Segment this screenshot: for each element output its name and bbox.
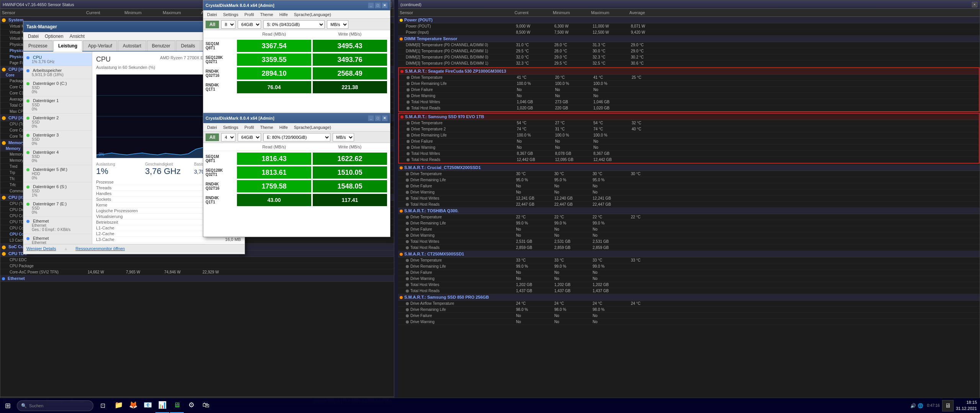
group-ethernet[interactable]: 🌐Ethernet <box>0 275 394 282</box>
taskbar-clock[interactable]: 18:15 31.12.2021 <box>956 400 977 411</box>
pinned-fileexplorer[interactable]: 📁 <box>112 398 126 413</box>
pinned-mail[interactable]: 📧 <box>141 398 155 413</box>
col-minimum: Minimum <box>123 10 161 16</box>
sidebar-cpu[interactable]: CPU 1% 3,76 GHz <box>23 53 92 66</box>
cdm1-maximize[interactable]: □ <box>375 2 381 8</box>
network-icon[interactable]: 🌐 <box>918 403 923 408</box>
cdm1-menu-hilfe[interactable]: Hilfe <box>277 11 290 18</box>
sidebar-disk0[interactable]: Datenträger 0 (C:) SSD0% <box>23 79 92 96</box>
cdm1-menu-sprache[interactable]: Sprache(Language) <box>292 11 333 18</box>
volume-icon[interactable]: 🔊 <box>910 403 916 408</box>
cdm1-size[interactable]: 64GiB <box>238 20 261 29</box>
smart-seagate-temp: Drive Temperature 41 °C20 °C41 °C25 °C <box>399 75 979 81</box>
cdm2-size[interactable]: 64GiB <box>238 133 261 141</box>
sidebar-cpu-subtitle: 1% 3,76 GHz <box>26 60 89 64</box>
tab-prozesse[interactable]: Prozesse <box>23 41 52 51</box>
hwinfo-right-content: Power (POUT) Power (POUT) 9,000 W6,300 W… <box>398 17 980 405</box>
sidebar-disk0-label: Datenträger 0 (C:) <box>33 81 67 86</box>
tm-statusbar: Weniger Details ▲ Ressourcenmonitor öffn… <box>23 244 245 252</box>
notification-icon: 🖥 <box>945 402 951 409</box>
smart-row-dimm3: DIMM[3] Temperature (P0 CHANNEL B/DIMM 1… <box>398 60 980 67</box>
cdm2-close[interactable]: ✕ <box>382 115 388 121</box>
smart-seagate-failure: Drive Failure NoNoNo <box>399 87 979 93</box>
cdm1-all-btn[interactable]: All <box>206 21 219 28</box>
smart-crucial2-warning: Drive Warning NoNoNo <box>398 276 980 282</box>
tm-menu-optionen[interactable]: Optionen <box>42 33 67 40</box>
group-smart-crucial1[interactable]: S.M.A.R.T.: Crucial_CT250MX200SSD1 <box>398 164 980 171</box>
cdm2-maximize[interactable]: □ <box>375 115 381 121</box>
sidebar-memory[interactable]: Arbeitsspeicher 5,9/31,9 GB (18%) <box>23 66 92 79</box>
group-power-pout[interactable]: Power (POUT) <box>398 17 980 23</box>
cdm1-drive[interactable]: S: 0% (0/431GiB) <box>263 20 325 29</box>
sidebar-disk7[interactable]: Datenträger 7 (E:) SSD0% <box>23 200 92 217</box>
sidebar-eth1-sub: EthernetGes.: 0 Empf.: 0 KBit/s <box>26 223 89 232</box>
cdm1-menu-profil[interactable]: Profil <box>242 11 256 18</box>
smart-crucial1-failure: Drive Failure NoNoNo <box>398 183 980 189</box>
cdm2-read-seq1m: 1816.43 <box>237 153 311 165</box>
tab-appverlauf[interactable]: App-Verlauf <box>83 41 117 51</box>
sidebar-ethernet1[interactable]: Ethernet EthernetGes.: 0 Empf.: 0 KBit/s <box>23 217 92 234</box>
pinned-browser[interactable]: 🦊 <box>126 398 140 413</box>
start-button[interactable]: ⊞ <box>0 398 15 413</box>
cdm2-all-btn[interactable]: All <box>206 133 219 141</box>
cpu-auslastung-stat: Auslastung 1% <box>96 162 143 176</box>
tm-menu-ansicht[interactable]: Ansicht <box>67 33 88 40</box>
cdm1-row-seq128k: SEQ128KQ32T1 3359.55 3493.76 <box>206 54 388 66</box>
smart-seagate-writes: Total Host Writes 1,046 GB273 GB1,046 GB <box>399 99 979 105</box>
group-smart-toshiba[interactable]: S.M.A.R.T.: TOSHIBA Q300. <box>398 208 980 214</box>
sidebar-disk6[interactable]: Datenträger 6 (S:) SSD1% <box>23 182 92 200</box>
pinned-store[interactable]: 🛍 <box>199 398 213 413</box>
tab-details[interactable]: Details <box>176 41 200 51</box>
sidebar-disk5[interactable]: Datenträger 5 (M:) HDD0% <box>23 165 92 182</box>
cdm2-drive[interactable]: E: 80% (720/900GiB) <box>263 133 330 141</box>
notification-area[interactable]: 🖥 <box>942 400 954 411</box>
rcol-min: Minimum <box>551 10 590 16</box>
cdm2-unit[interactable]: MB/s <box>333 133 354 141</box>
cdm2-menu-profil[interactable]: Profil <box>242 124 256 130</box>
cdm1-menu-theme[interactable]: Theme <box>258 11 276 18</box>
cdm1-menu-datei[interactable]: Datei <box>205 11 219 18</box>
tm-menu-datei[interactable]: Datei <box>25 33 42 40</box>
cdm2-write-seq1m: 1622.62 <box>313 153 387 165</box>
pinned-hwinfo[interactable]: 🖥 <box>170 398 184 413</box>
group-smart-seagate[interactable]: S.M.A.R.T.: Seagate FireCuda 530 ZP1000G… <box>399 68 979 75</box>
smart-970-writes: Total Host Writes 8,367 GB8,078 GB8,367 … <box>399 151 979 157</box>
tab-leistung[interactable]: Leistung <box>53 41 82 52</box>
pinned-taskmanager[interactable]: 📊 <box>155 398 169 413</box>
cdm1-runs[interactable]: 8 <box>221 20 235 29</box>
cdm1-close[interactable]: ✕ <box>382 2 388 8</box>
cdm2-runs[interactable]: 4 <box>221 133 235 141</box>
cdm2-menu-settings[interactable]: Settings <box>221 124 241 130</box>
tab-benutzer[interactable]: Benutzer <box>147 41 175 51</box>
tm-ressourcenmonitor[interactable]: Ressourcenmonitor öffnen <box>75 246 125 251</box>
group-smart-samsung850[interactable]: S.M.A.R.T.: Samsung SSD 850 PRO 256GB <box>398 294 980 301</box>
cdm1-menu-settings[interactable]: Settings <box>221 11 241 18</box>
cdm1-unit[interactable]: MB/s <box>327 20 348 29</box>
smart-toshiba-warning: Drive Warning NoNoNo <box>398 233 980 239</box>
sidebar-ethernet2[interactable]: Ethernet Ethernet <box>23 234 92 244</box>
smart-row-pinput: Power (Input) 8,500 W7,500 W12,500 W9,42… <box>398 29 980 36</box>
smart-row-dimm0: DIMM[0] Temperature (P0 CHANNEL A/DIMM 0… <box>398 42 980 48</box>
pinned-settings[interactable]: ⚙ <box>185 398 198 413</box>
close-btn-right[interactable]: ✕ <box>972 2 977 7</box>
cdm1-window: CrystalDiskMark 8.0.4 x64 [Admin] _ □ ✕ … <box>203 0 390 124</box>
cdm2-minimize[interactable]: _ <box>368 115 374 121</box>
sidebar-disk4[interactable]: Datenträger 4 SSD0% <box>23 148 92 165</box>
detail-l3-val: 16,0 MB <box>225 237 241 242</box>
group-dimm-temp[interactable]: DIMM Temperature Sensor <box>398 36 980 42</box>
taskbar-search[interactable]: 🔍 Suchen <box>17 400 93 411</box>
sidebar-disk3[interactable]: Datenträger 3 SSD0% <box>23 131 92 148</box>
group-smart-crucial2[interactable]: S.M.A.R.T.: CT250MX500SSD1 <box>398 251 980 257</box>
cdm2-menu-datei[interactable]: Datei <box>205 124 219 130</box>
tab-autostart[interactable]: Autostart <box>118 41 146 51</box>
cdm2-menu-hilfe[interactable]: Hilfe <box>277 124 290 130</box>
cdm1-minimize[interactable]: _ <box>368 2 374 8</box>
taskview-icon[interactable]: ⊡ <box>96 400 109 412</box>
cdm1-read-rnd4k-q32t16: 2894.10 <box>237 67 311 80</box>
tm-weniger-details[interactable]: Weniger Details <box>26 246 56 251</box>
group-smart-samsung970[interactable]: S.M.A.R.T.: Samsung SSD 970 EVO 1TB <box>399 114 979 120</box>
sidebar-disk1[interactable]: Datenträger 1 SSD0% <box>23 96 92 114</box>
cdm2-menu-sprache[interactable]: Sprache(Language) <box>292 124 333 130</box>
cdm2-menu-theme[interactable]: Theme <box>258 124 276 130</box>
sidebar-disk2[interactable]: Datenträger 2 SSD0% <box>23 114 92 131</box>
